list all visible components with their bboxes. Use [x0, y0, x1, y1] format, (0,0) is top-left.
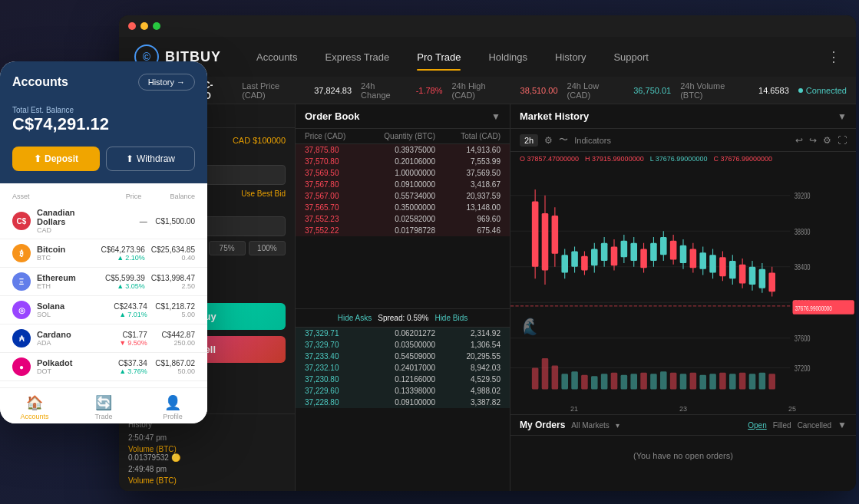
- chart-redo-icon[interactable]: ↪: [809, 135, 817, 146]
- asset-row-dot[interactable]: ● Polkadot DOT C$37.34 ▲ 3.76% C$1,867.0…: [0, 353, 207, 381]
- nav-item-holdings[interactable]: Holdings: [476, 47, 540, 68]
- accounts-nav-icon: 🏠: [26, 394, 43, 411]
- deposit-button[interactable]: ⬆ Deposit: [12, 147, 100, 171]
- bid-price-3: 37,232.10: [305, 364, 370, 372]
- low-label: 24h Low (CAD): [567, 81, 625, 100]
- timeframe-2h[interactable]: 2h: [520, 134, 538, 147]
- svg-rect-40: [690, 249, 697, 268]
- asset-row-ada[interactable]: ₳ Cardano ADA C$1.77 ▼ 9.50% C$442.87 25…: [0, 324, 207, 353]
- withdraw-icon: ⬆: [126, 153, 134, 164]
- ask-total-0: 14,913.60: [435, 146, 501, 154]
- cad-balance-col: C$1,500.00: [154, 217, 195, 226]
- asset-row-sol[interactable]: ◎ Solana SOL C$243.74 ▲ 7.01% C$1,218.72…: [0, 296, 207, 324]
- market-history-header: Market History ▼: [510, 104, 856, 129]
- svg-rect-64: [601, 374, 608, 389]
- mobile-balance: Total Est. Balance C$74,291.12: [0, 103, 207, 147]
- bid-qty-6: 0.09100000: [370, 398, 435, 407]
- window-close-dot[interactable]: [128, 22, 136, 30]
- volume-label: 24h Volume (BTC): [680, 81, 749, 100]
- eth-icon: Ξ: [12, 272, 31, 291]
- indicators-button[interactable]: Indicators: [574, 136, 611, 145]
- asset-row-btc[interactable]: ₿ Bitcoin BTC C$64,273.96 ▲ 2.10% C$25,6…: [0, 239, 207, 268]
- bid-qty-3: 0.24017000: [370, 364, 435, 372]
- svg-rect-38: [680, 245, 687, 263]
- svg-rect-20: [591, 249, 598, 266]
- sol-price: C$243.74: [105, 302, 147, 311]
- ask-price-3: 37,567.80: [305, 180, 370, 189]
- nav-item-accounts[interactable]: Accounts: [244, 47, 309, 68]
- nav-item-pro-trade[interactable]: Pro Trade: [405, 47, 473, 68]
- ada-change-arrow: ▼: [119, 339, 126, 347]
- bid-row-0: 37,329.71 0.06201272 2,314.92: [296, 328, 510, 339]
- ada-balance: C$442.87: [154, 331, 195, 339]
- ada-price-col: C$1.77 ▼ 9.50%: [105, 331, 147, 347]
- eth-change: ▲ 3.05%: [104, 282, 145, 290]
- eth-name: Ethereum: [37, 273, 98, 282]
- svg-rect-34: [660, 237, 667, 255]
- hide-bids-btn[interactable]: Hide Bids: [434, 314, 467, 322]
- nav-item-express-trade[interactable]: Express Trade: [312, 47, 401, 68]
- svg-rect-69: [650, 374, 657, 389]
- pct-100-btn[interactable]: 100%: [249, 241, 286, 255]
- chart-undo-icon[interactable]: ↩: [795, 135, 803, 146]
- nav-more-icon[interactable]: ⋮: [827, 48, 841, 65]
- mobile-nav-profile[interactable]: 👤 Profile: [138, 394, 207, 420]
- window-maximize-dot[interactable]: [153, 22, 160, 30]
- hide-asks-btn[interactable]: Hide Asks: [338, 314, 372, 322]
- tab-cancelled[interactable]: Cancelled: [798, 421, 831, 430]
- candle-type-icon[interactable]: ⚙: [544, 135, 553, 146]
- mobile-nav: 🏠 Accounts 🔄 Trade 👤 Profile: [0, 387, 207, 423]
- mobile-history-button[interactable]: History →: [138, 74, 195, 91]
- dot-balance: C$1,867.02: [154, 359, 195, 367]
- withdraw-button[interactable]: ⬆ Withdraw: [106, 147, 195, 171]
- market-filter-arrow[interactable]: ▾: [616, 421, 619, 430]
- asset-row-cad[interactable]: C$ Canadian Dollars CAD — C$1,500.00: [0, 203, 207, 239]
- my-orders-arrow[interactable]: ▼: [838, 420, 847, 430]
- bid-qty-5: 0.13398000: [370, 387, 435, 395]
- ada-balance-col: C$442.87 250.00: [154, 331, 195, 347]
- my-orders-header: My Orders All Markets ▾ Open Filled Canc…: [510, 415, 856, 436]
- ada-change-value: 9.50%: [127, 339, 147, 347]
- mobile-nav-trade[interactable]: 🔄 Trade: [69, 394, 138, 420]
- svg-rect-59: [552, 365, 559, 389]
- eth-ticker: ETH: [37, 282, 98, 290]
- eth-amount: 2.50: [151, 282, 195, 290]
- chart-fullscreen-icon[interactable]: ⛶: [838, 135, 847, 146]
- nav-item-history[interactable]: History: [543, 47, 598, 68]
- sol-change-arrow: ▲: [119, 311, 126, 318]
- chart-settings-icon[interactable]: ⚙: [823, 135, 831, 146]
- btc-asset-icon: ₿: [12, 244, 31, 262]
- ask-total-3: 3,418.67: [435, 180, 501, 189]
- asset-row-eth[interactable]: Ξ Ethereum ETH C$5,599.39 ▲ 3.05% C$13,9…: [0, 268, 207, 296]
- ask-total-1: 7,553.99: [435, 157, 501, 166]
- change-value: -1.78%: [416, 86, 443, 95]
- price-level-1: 39200: [795, 192, 811, 201]
- balance-value: C$74,291.12: [12, 114, 195, 134]
- window-minimize-dot[interactable]: [140, 22, 148, 30]
- tab-filled[interactable]: Filled: [773, 421, 791, 430]
- title-bar: [119, 15, 856, 37]
- bid-total-5: 4,988.02: [435, 387, 501, 395]
- bid-qty-4: 0.12166000: [370, 375, 435, 384]
- ask-row-0: 37,875.80 0.39375000 14,913.60: [296, 144, 510, 156]
- bid-row-1: 37,329.70 0.03500000 1,306.54: [296, 339, 510, 351]
- pct-75-btn[interactable]: 75%: [209, 241, 246, 255]
- mobile-nav-accounts[interactable]: 🏠 Accounts: [0, 394, 69, 420]
- market-filter[interactable]: All Markets: [571, 421, 609, 430]
- order-book-arrow[interactable]: ▼: [491, 111, 501, 122]
- ada-name: Cardano: [37, 330, 99, 339]
- tab-open[interactable]: Open: [748, 421, 766, 430]
- market-history-arrow[interactable]: ▼: [838, 111, 847, 122]
- ask-qty-5: 0.35000000: [370, 203, 435, 212]
- ask-price-0: 37,875.80: [305, 146, 370, 154]
- nav-item-support[interactable]: Support: [601, 47, 661, 68]
- chart-wave-icon[interactable]: 〜: [559, 133, 568, 147]
- asks-section: 37,875.80 0.39375000 14,913.60 37,570.80…: [296, 144, 510, 308]
- svg-rect-80: [759, 373, 766, 390]
- btc-ticker: BTC: [37, 254, 94, 262]
- bid-row-6: 37,228.80 0.09100000 3,387.82: [296, 397, 510, 408]
- bid-qty-0: 0.06201272: [370, 329, 435, 338]
- trade-nav-icon: 🔄: [95, 394, 112, 411]
- nav-items: Accounts Express Trade Pro Trade Holding…: [244, 47, 827, 68]
- svg-rect-66: [621, 375, 628, 390]
